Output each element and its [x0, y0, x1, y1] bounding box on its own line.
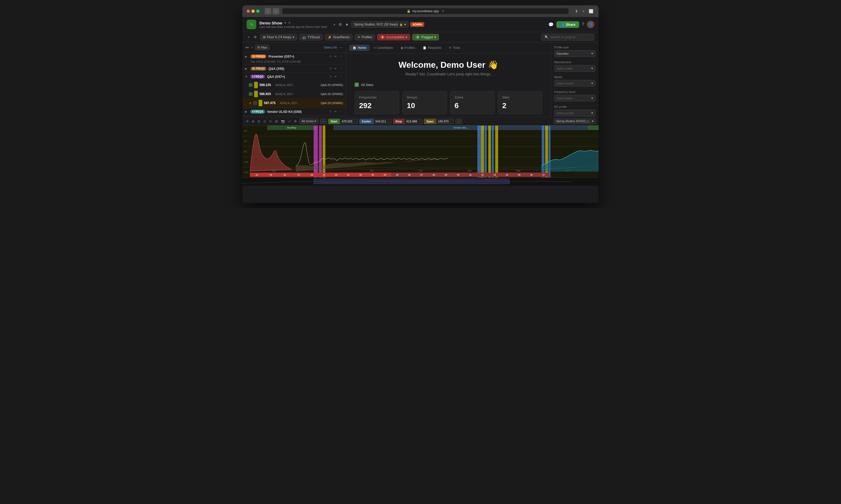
flagged-button[interactable]: 3 Flagged ▾ [412, 34, 439, 40]
venue-selector[interactable]: Spring Studios, NYC (92 freqs) 🔒 ▾ [351, 21, 409, 28]
add-group-icon[interactable]: + [251, 46, 253, 49]
spectrum-nav-next[interactable]: → [456, 119, 462, 124]
group-more-icon[interactable]: ⋯ [339, 67, 343, 71]
user-avatar[interactable]: 👤 [587, 21, 594, 28]
group-share-icon[interactable]: ⇧ [328, 110, 332, 114]
group-edit-icon[interactable]: ✏ [333, 54, 338, 58]
stat-zones[interactable]: Zones 6 [450, 91, 495, 114]
share-icon[interactable]: ⬆ [574, 8, 579, 14]
select-all-button[interactable]: Select All [324, 46, 337, 49]
center-panel: 🏠 Home ≡ Candidates ◉ Profiles 📋 [346, 42, 551, 117]
group-more-icon[interactable]: ⋯ [339, 75, 343, 78]
add-toolbar-icon[interactable]: + [247, 35, 251, 39]
zoom-out-icon[interactable]: ⊖ [257, 119, 261, 124]
scanrecon-button[interactable]: ⚡ ScanRecon [325, 34, 353, 40]
camera-icon[interactable]: 📷 [280, 119, 286, 124]
freq-tick-520: 520 [370, 169, 374, 172]
close-button[interactable] [247, 10, 250, 13]
group-qa-g57-header[interactable]: ▼ 3 FREQS Q&A (G57+) ⇧ ✏ ⋯ [242, 73, 346, 80]
group-edit-icon[interactable]: ✏ [333, 110, 338, 114]
tab-candidates[interactable]: ≡ Candidates [371, 44, 396, 51]
flagged-count: 3 [415, 36, 420, 39]
tab-profiles[interactable]: ◉ Profiles [397, 44, 418, 51]
sync-icon[interactable]: ↻ [269, 119, 273, 124]
all-sites-checkbox[interactable]: ✓ [355, 83, 359, 87]
tab-requests[interactable]: 📋 Requests [419, 44, 445, 51]
manufacturer-select[interactable]: Select make ▾ [554, 65, 596, 72]
global-search[interactable]: 🔍 Search or jump to… [541, 34, 594, 41]
stat-frequencies[interactable]: Frequencies 292 [355, 91, 399, 114]
zoom-in-icon[interactable]: ⊕ [251, 119, 255, 124]
freq-checkbox[interactable] [253, 101, 257, 105]
filter-button[interactable]: ⊟ Filter [255, 44, 270, 50]
expand-icon[interactable]: ⤢ [287, 119, 292, 124]
group-qa-x55-header[interactable]: ▶ 26 FREQS Q&A (X55) ⇧ ✏ ⋯ [242, 65, 346, 72]
freq-checkbox[interactable]: ✓ [249, 92, 253, 96]
span-freq-group: Span 145.973 [424, 119, 454, 124]
span-value[interactable]: 145.973 [436, 119, 454, 124]
group-name: Q&A (G57+) [267, 75, 326, 78]
group-more-icon[interactable]: ⋯ [339, 110, 343, 114]
share-toolbar-icon[interactable]: ⚙ [253, 35, 258, 39]
group-share-icon[interactable]: ⇧ [328, 75, 332, 78]
ch-25: 25 [391, 173, 403, 177]
profiles-tab-icon: ◉ [400, 46, 403, 50]
maximize-button[interactable] [256, 10, 259, 13]
group-share-icon[interactable]: ⇧ [328, 67, 332, 71]
scan-file-selector[interactable]: Spring Studios 4/23/22_c... ▾ [554, 119, 596, 124]
stat-groups[interactable]: Groups 10 [402, 91, 447, 114]
freq-checkbox[interactable]: ✓ [249, 83, 253, 87]
minimize-button[interactable] [252, 10, 255, 13]
start-value[interactable]: 470.025 [340, 119, 358, 124]
tvscout-button[interactable]: 📺 TVScout [299, 34, 323, 40]
zones-selector[interactable]: All zones ▾ [299, 119, 319, 124]
sidebar-icon[interactable]: ⬜ [588, 8, 594, 14]
help-icon[interactable]: ? [582, 22, 584, 27]
group-presenter-header[interactable]: ▶ 19 FREQS Presenter (G57+) ⇧ ✏ ⋯ [242, 53, 346, 60]
freq-band-select[interactable]: Select band ▾ [554, 95, 596, 102]
center-value[interactable]: 543.011 [374, 119, 392, 124]
group-vendor-ulxd-header[interactable]: ▶ 4 FREQS Vendor ULXD Kit (G50) ⇧ ✏ ⋯ [242, 108, 346, 115]
add-icon[interactable]: + [332, 21, 336, 28]
freq-item-warning[interactable]: ⚠ 587.475 AD4Q-A, G57+ Q&A 28 (SPARE) [242, 98, 346, 108]
group-edit-icon[interactable]: ✏ [333, 75, 338, 78]
forward-button[interactable]: › [273, 8, 279, 14]
group-edit-icon[interactable]: ✏ [333, 67, 338, 71]
model-select[interactable]: Select model ▾ [554, 80, 596, 87]
profile-type-select[interactable]: Favorites ▾ [554, 50, 596, 57]
more-options-icon[interactable]: ⋯ [339, 46, 343, 50]
collapse-all-icon[interactable]: ▾▾ [245, 46, 249, 49]
title-close-icon[interactable]: ✕ [288, 21, 291, 25]
group-share-icon[interactable]: ⇧ [328, 54, 332, 58]
rf-profile-select[interactable]: Select profile ▾ [554, 110, 596, 116]
chat-icon[interactable]: 💬 [548, 22, 554, 27]
refresh-spec-icon[interactable]: ↺ [245, 119, 249, 124]
freq-item[interactable]: ✓ 586.925 AD4Q-A, G57+ Q&A 26 (SPARE) [242, 89, 346, 98]
floor-selector[interactable]: ⊞ Floor 6 (74 freqs) ▾ [260, 34, 297, 40]
all-sites-toggle[interactable]: ✓ All Sites [355, 83, 542, 87]
ch-21: 21 [342, 173, 355, 177]
tab-tools[interactable]: ✕ Tools [446, 44, 463, 51]
stat-sites[interactable]: Sites 2 [498, 91, 543, 114]
zoom-reset-icon[interactable]: ⊙ [263, 119, 267, 124]
tab-home[interactable]: 🏠 Home [349, 44, 370, 51]
spectrum-nav-prev[interactable]: ← [320, 119, 327, 124]
share-button[interactable]: 👥 Share [556, 21, 579, 28]
profiles-button[interactable]: ✕ Profiles [355, 34, 375, 40]
group-count: 3 FREQS [251, 75, 265, 78]
grid-icon[interactable]: ⊞ [274, 119, 278, 124]
stop-value[interactable]: 615.998 [404, 119, 422, 124]
group-more-icon[interactable]: ⋯ [339, 54, 343, 58]
tab-home-label: Home [358, 46, 366, 50]
freq-item[interactable]: ✓ 589.225 AD4Q-A, G57+ Q&A 25 (SPARE) [242, 80, 346, 89]
settings-icon[interactable]: ★ [344, 21, 349, 28]
new-tab-icon[interactable]: + [581, 8, 586, 14]
group-vendor-ulxd: ▶ 4 FREQS Vendor ULXD Kit (G50) ⇧ ✏ ⋯ [242, 108, 346, 116]
address-bar[interactable]: 🔒 my.soundbase.app ↺ [282, 8, 569, 14]
incompatible-button[interactable]: 5 Incompatible ▾ [377, 34, 410, 40]
header-actions: + ⚙ ★ Spring Studios, NYC (92 freqs) 🔒 ▾… [332, 21, 424, 28]
tab-candidates-label: Candidates [377, 46, 393, 50]
back-button[interactable]: ‹ [265, 8, 271, 14]
settings-spec-icon[interactable]: ⚙ [293, 119, 298, 124]
share-network-icon[interactable]: ⚙ [338, 21, 343, 28]
